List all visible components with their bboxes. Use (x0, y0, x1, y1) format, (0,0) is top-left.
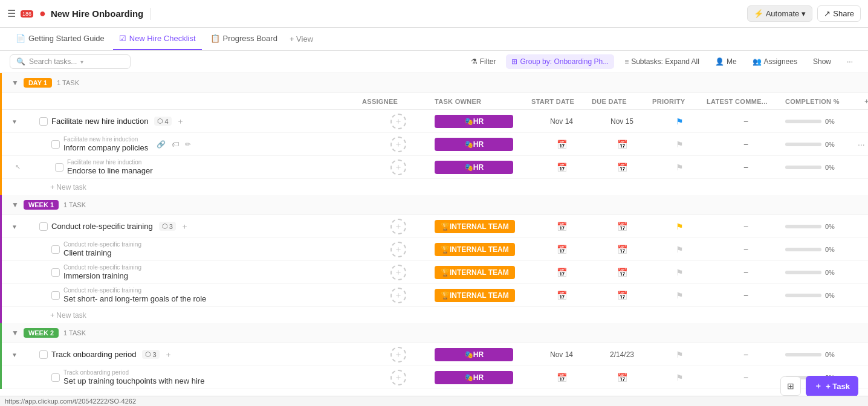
due-date-conduct[interactable]: 📅 (592, 222, 652, 231)
due-date-immersion[interactable]: 📅 (592, 268, 652, 277)
tab-progress-board[interactable]: 📋 Progress Board (204, 28, 283, 50)
group-icon: ⊞ (511, 57, 517, 66)
header-actions: ⚡ Automate ▾ ↗ Share (747, 5, 861, 22)
start-date-client[interactable]: 📅 (531, 245, 592, 254)
task-checkbox-goals[interactable] (51, 291, 60, 300)
section-week1-header: ▼ WEEK 1 1 TASK (2, 195, 868, 215)
add-task-button[interactable]: ＋ + Task (806, 376, 858, 396)
due-date-goals[interactable]: 📅 (592, 291, 652, 300)
new-task-btn-day1[interactable]: + New task (50, 183, 86, 192)
filter-button[interactable]: ⚗ Filter (465, 54, 502, 69)
priority-client[interactable]: ⚑ (652, 245, 707, 254)
tab-getting-started[interactable]: 📄 Getting Started Guide (10, 28, 111, 50)
task-checkbox-touchpoints[interactable] (51, 373, 60, 382)
avatar-track[interactable]: ＋ (390, 347, 406, 362)
task-checkbox-client[interactable] (51, 245, 60, 254)
edit-icon-inform[interactable]: ✏ (185, 140, 191, 149)
priority-track[interactable]: ⚑ (652, 350, 707, 359)
link-icon-inform[interactable]: 🔗 (157, 140, 166, 149)
owner-badge-inform[interactable]: 🎭HR (435, 138, 513, 151)
start-date-inform[interactable]: 📅 (531, 140, 592, 149)
subtask-count-track[interactable]: ⬡ 3 (142, 350, 159, 359)
subtask-count-facilitate[interactable]: ⬡ 4 (154, 117, 171, 126)
menu-icon[interactable]: ☰ (7, 8, 16, 19)
due-date-inform[interactable]: 📅 (592, 140, 652, 149)
expand-toggle-conduct[interactable]: ▼ (11, 224, 18, 230)
subtask-count-conduct[interactable]: ⬡ 3 (159, 222, 176, 231)
owner-badge-client[interactable]: 🏆INTERNAL TEAM (435, 243, 515, 256)
owner-badge-facilitate[interactable]: 🎭HR (435, 115, 513, 128)
task-checkbox-endorse[interactable] (55, 163, 63, 172)
priority-facilitate[interactable]: ⚑ (652, 117, 707, 126)
owner-badge-touchpoints[interactable]: 🎭HR (435, 371, 513, 384)
owner-badge-goals[interactable]: 🏆INTERNAL TEAM (435, 289, 515, 302)
section-day1-badge: DAY 1 (24, 78, 52, 88)
due-date-client[interactable]: 📅 (592, 245, 652, 254)
avatar-conduct[interactable]: ＋ (390, 219, 406, 234)
due-date-endorse[interactable]: 📅 (592, 163, 652, 172)
avatar-goals[interactable]: ＋ (390, 288, 406, 303)
priority-immersion[interactable]: ⚑ (652, 268, 707, 277)
assignee-track[interactable]: ＋ (362, 347, 435, 362)
show-button[interactable]: Show (808, 54, 837, 69)
tag-icon-inform[interactable]: 🏷 (172, 140, 179, 149)
add-subtask-conduct[interactable]: ＋ (181, 221, 189, 232)
assignee-touchpoints[interactable]: ＋ (362, 370, 435, 385)
more-options-button[interactable]: ··· (841, 54, 858, 69)
assignee-immersion[interactable]: ＋ (362, 265, 435, 280)
assignee-goals[interactable]: ＋ (362, 288, 435, 303)
owner-badge-conduct[interactable]: 🏆INTERNAL TEAM (435, 220, 515, 233)
start-date-endorse[interactable]: 📅 (531, 163, 592, 172)
new-task-btn-week1[interactable]: + New task (50, 311, 86, 320)
section-week1-toggle[interactable]: ▼ (11, 201, 19, 209)
owner-badge-endorse[interactable]: 🎭HR (435, 161, 513, 174)
task-checkbox-immersion[interactable] (51, 268, 60, 277)
assignee-client[interactable]: ＋ (362, 242, 435, 257)
assignee-conduct[interactable]: ＋ (362, 219, 435, 234)
add-subtask-track[interactable]: ＋ (164, 349, 172, 360)
task-checkbox-inform[interactable] (51, 140, 60, 149)
task-checkbox-conduct[interactable] (39, 222, 48, 231)
tab-new-hire-checklist[interactable]: ☑ New Hire Checklist (113, 28, 202, 50)
priority-touchpoints[interactable]: ⚑ (652, 373, 707, 382)
avatar-immersion[interactable]: ＋ (390, 265, 406, 280)
priority-inform[interactable]: ⚑ (652, 140, 707, 149)
expand-toggle-facilitate[interactable]: ▼ (11, 118, 18, 125)
start-date-touchpoints[interactable]: 📅 (531, 373, 592, 382)
priority-endorse[interactable]: ⚑ (652, 163, 707, 172)
start-date-conduct[interactable]: 📅 (531, 222, 592, 231)
owner-badge-track[interactable]: 🎭HR (435, 348, 513, 361)
priority-goals[interactable]: ⚑ (652, 291, 707, 300)
automate-button[interactable]: ⚡ Automate ▾ (747, 5, 813, 22)
add-subtask-facilitate[interactable]: ＋ (177, 116, 184, 127)
assignee-facilitate[interactable]: ＋ (362, 114, 435, 129)
priority-conduct[interactable]: ⚑ (652, 222, 707, 231)
assignees-button[interactable]: 👥 Assignees (747, 54, 803, 69)
task-checkbox-track[interactable] (39, 350, 48, 359)
avatar-client[interactable]: ＋ (390, 242, 406, 257)
assignee-endorse[interactable]: ＋ (362, 160, 435, 175)
task-checkbox-facilitate[interactable] (39, 117, 48, 126)
share-button[interactable]: ↗ Share (817, 5, 861, 22)
group-by-button[interactable]: ⊞ Group by: Onboarding Ph... (506, 54, 614, 69)
more-options-inform[interactable]: ··· (858, 140, 868, 149)
expand-toggle-track[interactable]: ▼ (11, 352, 18, 358)
search-box[interactable]: 🔍 Search tasks... ▾ (10, 54, 131, 69)
avatar-endorse[interactable]: ＋ (390, 160, 406, 175)
avatar-facilitate[interactable]: ＋ (390, 114, 406, 129)
section-week2-toggle[interactable]: ▼ (11, 329, 19, 337)
avatar-inform[interactable]: ＋ (390, 137, 406, 152)
tab-add-view[interactable]: + View (286, 30, 317, 48)
me-button[interactable]: 👤 Me (710, 54, 742, 69)
avatar-touchpoints[interactable]: ＋ (390, 370, 406, 385)
assignee-inform[interactable]: ＋ (362, 137, 435, 152)
start-date-goals[interactable]: 📅 (531, 291, 592, 300)
priority-flag-goals: ⚑ (676, 291, 684, 300)
section-day1-toggle[interactable]: ▼ (11, 79, 19, 87)
subtasks-button[interactable]: ≡ Subtasks: Expand All (619, 54, 705, 69)
list-view-button[interactable]: ⊞ (780, 376, 801, 396)
start-date-immersion[interactable]: 📅 (531, 268, 592, 277)
due-date-touchpoints[interactable]: 📅 (592, 373, 652, 382)
owner-badge-immersion[interactable]: 🏆INTERNAL TEAM (435, 266, 515, 279)
col-add-button[interactable]: ＋ (858, 97, 868, 106)
